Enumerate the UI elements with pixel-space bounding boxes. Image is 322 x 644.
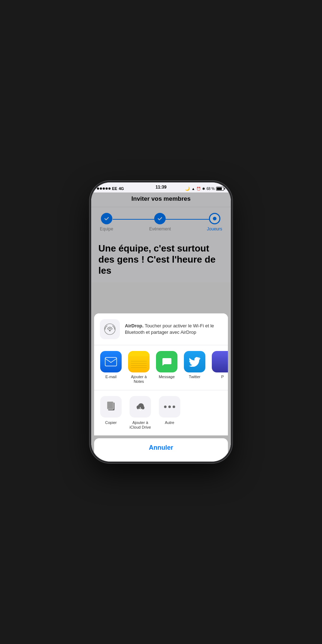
svg-rect-4 — [107, 401, 113, 409]
copy-label: Copier — [105, 420, 117, 425]
other-label: Autre — [165, 420, 174, 425]
airdrop-icon — [104, 323, 116, 335]
apps-row: E-mail Ajouter — [94, 345, 228, 390]
twitter-icon — [184, 351, 205, 372]
svg-point-1 — [109, 330, 111, 332]
status-left: EE 4G — [97, 186, 124, 191]
icloud-icon-wrap — [130, 396, 151, 418]
more-app-label: P — [221, 375, 224, 379]
action-other[interactable]: Autre — [157, 396, 182, 430]
other-icon-wrap — [159, 396, 180, 418]
notes-icon — [128, 351, 150, 372]
status-right: 🌙 ▲ ⏰ ✱ 68 % — [185, 186, 225, 191]
copy-icon-wrap — [100, 396, 122, 418]
message-icon — [156, 351, 177, 372]
actions-row: Copier Ajouter à iCloud Drive — [94, 390, 228, 435]
email-icon — [100, 351, 122, 372]
battery-percent: 68 % — [206, 187, 215, 191]
airdrop-row[interactable]: AirDrop. Toucher pour activer le Wi-Fi e… — [94, 313, 228, 345]
airdrop-description: AirDrop. Toucher pour activer le Wi-Fi e… — [125, 323, 222, 336]
screen: EE 4G 11:39 🌙 ▲ ⏰ ✱ 68 % — [91, 182, 231, 462]
share-card: AirDrop. Toucher pour activer le Wi-Fi e… — [94, 313, 228, 435]
alarm-icon: ⏰ — [196, 187, 201, 191]
airdrop-title: AirDrop. — [125, 323, 143, 328]
notes-label: Ajouter à Notes — [131, 375, 147, 384]
message-label: Message — [159, 375, 175, 379]
email-label: E-mail — [105, 375, 116, 379]
moon-icon: 🌙 — [185, 186, 190, 191]
notes-lines — [131, 361, 147, 370]
twitter-label: Twitter — [189, 375, 200, 379]
svg-point-0 — [104, 324, 115, 335]
notes-top-bar — [128, 351, 150, 356]
cancel-button[interactable]: Annuler — [94, 438, 228, 457]
status-bar: EE 4G 11:39 🌙 ▲ ⏰ ✱ 68 % — [91, 182, 231, 192]
share-app-email[interactable]: E-mail — [98, 351, 123, 384]
carrier-label: EE — [112, 186, 117, 191]
share-app-more[interactable]: P — [210, 351, 228, 384]
battery-icon — [216, 187, 225, 191]
share-app-twitter[interactable]: Twitter — [182, 351, 207, 384]
home-indicator — [94, 457, 228, 462]
location-icon: ▲ — [191, 187, 195, 191]
svg-point-6 — [169, 405, 171, 408]
svg-rect-2 — [105, 357, 117, 366]
signal-dots — [97, 187, 111, 190]
icloud-label: Ajouter à iCloud Drive — [130, 420, 151, 430]
network-label: 4G — [119, 186, 124, 191]
action-copy[interactable]: Copier — [98, 396, 123, 430]
phone-frame: EE 4G 11:39 🌙 ▲ ⏰ ✱ 68 % — [91, 182, 231, 462]
more-app-icon — [212, 351, 228, 372]
svg-point-5 — [164, 405, 167, 408]
status-time: 11:39 — [156, 185, 167, 190]
share-app-message[interactable]: Message — [154, 351, 179, 384]
share-sheet: AirDrop. Toucher pour activer le Wi-Fi e… — [91, 313, 231, 462]
bluetooth-icon: ✱ — [202, 187, 205, 191]
svg-point-7 — [173, 405, 175, 408]
share-app-notes[interactable]: Ajouter à Notes — [126, 351, 151, 384]
action-icloud[interactable]: Ajouter à iCloud Drive — [128, 396, 153, 430]
airdrop-icon-wrap — [100, 319, 120, 339]
